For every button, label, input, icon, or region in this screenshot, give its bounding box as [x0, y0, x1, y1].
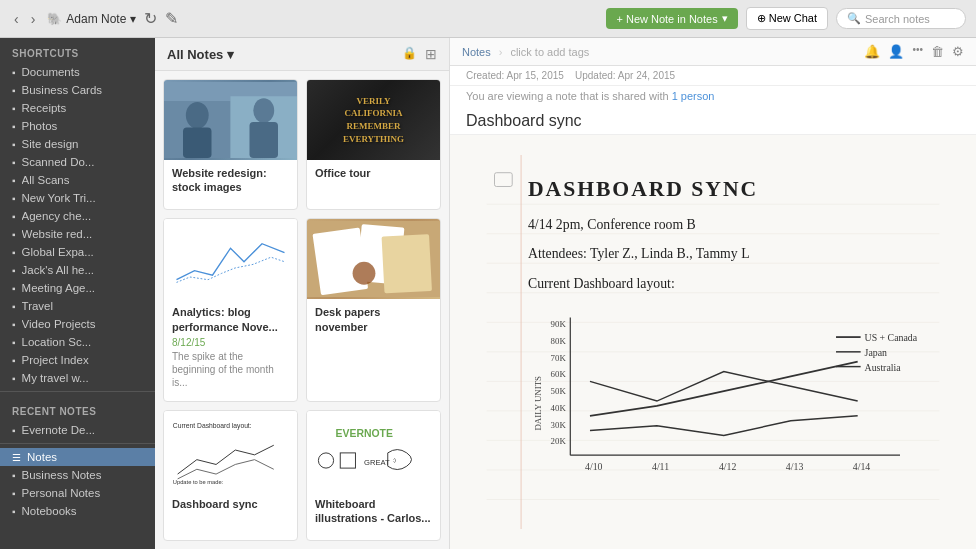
handwritten-content: DASHBOARD SYNC 4/14 2pm, Conference room… [450, 135, 976, 549]
forward-button[interactable]: › [27, 9, 40, 29]
sidebar-item-notebooks[interactable]: ▪Notebooks [0, 502, 155, 520]
elephant-icon: 🐘 [47, 12, 62, 26]
photos-icon: ▪ [12, 121, 16, 132]
sidebar-item-project-index[interactable]: ▪Project Index [0, 351, 155, 369]
svg-text:US + Canada: US + Canada [865, 332, 918, 343]
back-button[interactable]: ‹ [10, 9, 23, 29]
edit-icon[interactable]: ✎ [165, 9, 178, 28]
settings-icon[interactable]: ⚙ [952, 44, 964, 59]
sidebar-item-receipts[interactable]: ▪Receipts [0, 99, 155, 117]
nyt-icon: ▪ [12, 193, 16, 204]
account-name: Adam Note [66, 12, 126, 26]
new-note-label: + New Note in Notes [616, 13, 717, 25]
global-icon: ▪ [12, 247, 16, 258]
note-card-preview: The spike at the beginning of the month … [172, 350, 289, 389]
share-icon[interactable]: 👤 [888, 44, 904, 59]
sidebar-item-business-notes[interactable]: ▪Business Notes [0, 466, 155, 484]
search-box[interactable]: 🔍 Search notes [836, 8, 966, 29]
note-card-body: Desk papers november [307, 299, 440, 343]
trash-icon[interactable]: 🗑 [931, 44, 944, 59]
note-card-image: VERILYCALIFORNIAREMEMBEREVERYTHING [307, 80, 440, 160]
svg-text:Australia: Australia [865, 362, 902, 373]
note-card-dashboard-sync[interactable]: Current Dashboard layout: Update to be m… [163, 410, 298, 541]
sidebar-item-travel[interactable]: ▪Travel [0, 297, 155, 315]
svg-rect-10 [382, 234, 432, 293]
main-content: Shortcuts ▪Documents ▪Business Cards ▪Re… [0, 38, 976, 549]
notes-icon: ☰ [12, 452, 21, 463]
sidebar-item-personal-notes[interactable]: ▪Personal Notes [0, 484, 155, 502]
sidebar-item-video[interactable]: ▪Video Projects [0, 315, 155, 333]
sidebar-item-site-design[interactable]: ▪Site design [0, 135, 155, 153]
notes-list-panel: All Notes ▾ 🔒 ⊞ [155, 38, 450, 549]
svg-text:DASHBOARD SYNC: DASHBOARD SYNC [528, 177, 758, 201]
sidebar-item-nyt[interactable]: ▪New York Tri... [0, 189, 155, 207]
tag-area[interactable]: click to add tags [510, 46, 856, 58]
svg-text:20K: 20K [551, 436, 567, 446]
notes-breadcrumb[interactable]: Notes [462, 46, 491, 58]
sidebar-item-evernote-de[interactable]: ▪Evernote De... [0, 421, 155, 439]
svg-text:DAILY UNITS: DAILY UNITS [533, 376, 543, 431]
sync-icon[interactable]: ↻ [144, 9, 157, 28]
svg-text:40K: 40K [551, 403, 567, 413]
office-image-text: VERILYCALIFORNIAREMEMBEREVERYTHING [343, 95, 404, 145]
note-card-body: Website redesign: stock images [164, 160, 297, 204]
sidebar-item-global[interactable]: ▪Global Expa... [0, 243, 155, 261]
note-card-website-redesign[interactable]: Website redesign: stock images [163, 79, 298, 210]
svg-text:4/10: 4/10 [585, 461, 603, 472]
note-card-office-tour[interactable]: VERILYCALIFORNIAREMEMBEREVERYTHING Offic… [306, 79, 441, 210]
jacks-icon: ▪ [12, 265, 16, 276]
svg-text:Attendees: Tyler Z., Linda B.,: Attendees: Tyler Z., Linda B., Tammy L [528, 246, 750, 261]
svg-text:50K: 50K [551, 386, 567, 396]
note-card-desk-papers[interactable]: Desk papers november [306, 218, 441, 401]
all-notes-title[interactable]: All Notes ▾ [167, 47, 234, 62]
evernote-icon: ▪ [12, 425, 16, 436]
grid-view-icon[interactable]: ⊞ [425, 46, 437, 62]
sidebar-item-notes[interactable]: ☰Notes [0, 448, 155, 466]
svg-rect-15 [307, 413, 440, 489]
bn-icon: ▪ [12, 470, 16, 481]
svg-text:4/13: 4/13 [786, 461, 804, 472]
note-card-title: Desk papers november [315, 305, 432, 334]
note-card-title: Dashboard sync [172, 497, 289, 511]
sidebar-item-meeting[interactable]: ▪Meeting Age... [0, 279, 155, 297]
sidebar-item-documents[interactable]: ▪Documents [0, 63, 155, 81]
note-card-title: Analytics: blog performance Nove... [172, 305, 289, 334]
alarm-icon[interactable]: 🔔 [864, 44, 880, 59]
svg-text:4/11: 4/11 [652, 461, 669, 472]
note-card-whiteboard[interactable]: EVERNOTE GREAT :) Whiteboard illustratio… [306, 410, 441, 541]
divider-2 [0, 443, 155, 444]
note-card-title: Office tour [315, 166, 432, 180]
sidebar: Shortcuts ▪Documents ▪Business Cards ▪Re… [0, 38, 155, 549]
note-card-image [164, 80, 297, 160]
new-chat-button[interactable]: ⊕ New Chat [746, 7, 828, 30]
sidebar-item-location[interactable]: ▪Location Sc... [0, 333, 155, 351]
sidebar-item-scanned-do[interactable]: ▪Scanned Do... [0, 153, 155, 171]
note-card-analytics[interactable]: Analytics: blog performance Nove... 8/12… [163, 218, 298, 401]
search-placeholder: Search notes [865, 13, 930, 25]
note-detail-toolbar: Notes › click to add tags 🔔 👤 ••• 🗑 ⚙ [450, 38, 976, 66]
allscans-icon: ▪ [12, 175, 16, 186]
mytravel-icon: ▪ [12, 373, 16, 384]
nb-icon: ▪ [12, 506, 16, 517]
svg-text:4/12: 4/12 [719, 461, 737, 472]
shortcuts-title: Shortcuts [0, 38, 155, 63]
sidebar-item-website-red[interactable]: ▪Website red... [0, 225, 155, 243]
svg-text:Japan: Japan [865, 347, 887, 358]
shared-person-link[interactable]: 1 person [672, 90, 715, 102]
svg-text:30K: 30K [551, 420, 567, 430]
note-card-image [307, 219, 440, 299]
sidebar-item-photos[interactable]: ▪Photos [0, 117, 155, 135]
lock-icon[interactable]: 🔒 [402, 46, 417, 62]
new-note-button[interactable]: + New Note in Notes ▾ [606, 8, 737, 29]
sidebar-item-all-scans[interactable]: ▪All Scans [0, 171, 155, 189]
sidebar-item-jacks[interactable]: ▪Jack's All he... [0, 261, 155, 279]
note-title[interactable]: Dashboard sync [466, 112, 960, 130]
account-menu[interactable]: 🐘 Adam Note ▾ [47, 12, 136, 26]
more-icon[interactable]: ••• [912, 44, 923, 59]
sidebar-item-agency[interactable]: ▪Agency che... [0, 207, 155, 225]
svg-point-5 [253, 98, 274, 123]
note-card-body: Dashboard sync [164, 491, 297, 520]
sidebar-item-my-travel[interactable]: ▪My travel w... [0, 369, 155, 387]
sidebar-item-business-cards[interactable]: ▪Business Cards [0, 81, 155, 99]
notes-grid: Website redesign: stock images VERILYCAL… [155, 71, 449, 549]
